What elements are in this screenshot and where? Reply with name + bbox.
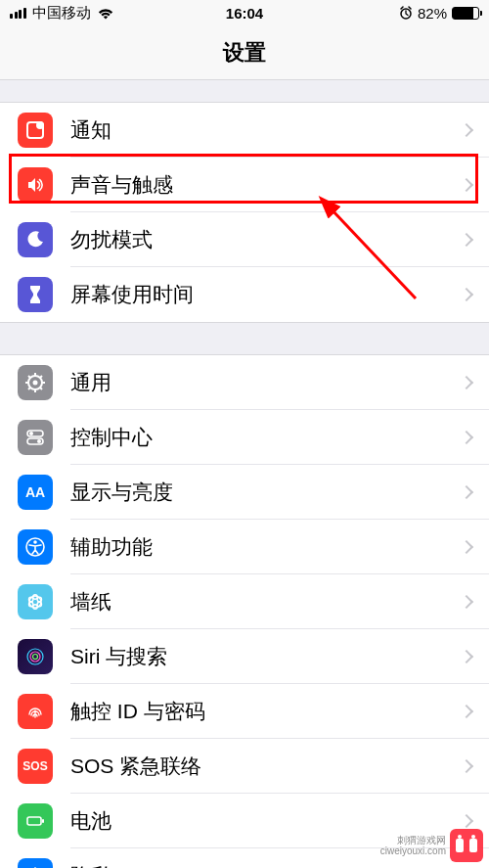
chevron-right-icon (460, 540, 473, 554)
svg-point-18 (33, 540, 37, 544)
chevron-right-icon (460, 376, 473, 389)
sos-icon: SOS (18, 749, 53, 784)
row-accessibility[interactable]: 辅助功能 (0, 520, 489, 574)
row-label: 通知 (70, 116, 462, 144)
row-label: 屏幕使用时间 (70, 281, 462, 308)
row-sounds[interactable]: 声音与触感 (0, 158, 489, 212)
row-general[interactable]: 通用 (0, 355, 489, 410)
svg-point-4 (33, 381, 38, 386)
row-label: 声音与触感 (70, 171, 462, 199)
row-label: 通用 (70, 369, 462, 396)
watermark-line2: ciweiyouxi.com (380, 845, 446, 856)
svg-point-28 (33, 655, 38, 660)
svg-point-22 (37, 602, 41, 606)
row-label: Siri 与搜索 (70, 643, 462, 670)
status-bar: 中国移动 16:04 82% (0, 0, 489, 25)
row-siri[interactable]: Siri 与搜索 (0, 629, 489, 684)
chevron-right-icon (460, 288, 473, 301)
chevron-right-icon (460, 431, 473, 444)
alarm-icon (399, 6, 413, 20)
row-sos[interactable]: SOS SOS 紧急联络 (0, 739, 489, 794)
controlcenter-icon (18, 420, 53, 455)
signal-icon (10, 8, 26, 19)
battery-icon (452, 7, 479, 20)
battery-percent: 82% (418, 5, 447, 22)
display-icon: AA (18, 475, 53, 510)
chevron-right-icon (460, 485, 473, 499)
chevron-right-icon (460, 123, 473, 137)
svg-point-34 (458, 835, 462, 839)
svg-point-21 (37, 597, 41, 601)
settings-group-2: 通用 控制中心 AA 显示与亮度 辅助功能 墙纸 (0, 354, 489, 868)
wifi-icon (97, 7, 114, 20)
chevron-right-icon (460, 705, 473, 718)
chevron-right-icon (460, 814, 473, 828)
notifications-icon (18, 113, 53, 148)
watermark-logo-icon (450, 829, 483, 862)
row-label: 辅助功能 (70, 533, 462, 561)
row-controlcenter[interactable]: 控制中心 (0, 410, 489, 465)
chevron-right-icon (460, 650, 473, 663)
screentime-icon (18, 277, 53, 312)
svg-point-35 (471, 835, 475, 839)
watermark: 刺猬游戏网 ciweiyouxi.com (380, 829, 483, 862)
svg-line-11 (28, 388, 30, 389)
row-label: 显示与亮度 (70, 479, 462, 506)
carrier-label: 中国移动 (32, 4, 91, 23)
svg-point-20 (33, 595, 37, 599)
touchid-icon (18, 694, 53, 729)
svg-rect-29 (27, 817, 41, 825)
svg-line-10 (40, 388, 42, 389)
watermark-line1: 刺猬游戏网 (380, 835, 446, 845)
accessibility-icon (18, 529, 53, 565)
svg-point-2 (36, 121, 44, 129)
svg-rect-30 (42, 819, 44, 823)
row-touchid[interactable]: 触控 ID 与密码 (0, 684, 489, 739)
svg-line-12 (40, 376, 42, 378)
clock: 16:04 (226, 5, 263, 22)
svg-point-25 (29, 597, 33, 601)
dnd-icon (18, 222, 53, 257)
chevron-right-icon (460, 178, 473, 192)
chevron-right-icon (460, 759, 473, 773)
row-label: 控制中心 (70, 424, 462, 451)
svg-rect-33 (469, 839, 477, 852)
svg-point-14 (29, 432, 33, 435)
chevron-right-icon (460, 595, 473, 609)
settings-group-1: 通知 声音与触感 勿扰模式 屏幕使用时间 (0, 102, 489, 323)
svg-line-9 (28, 376, 30, 378)
page-title: 设置 (0, 25, 489, 80)
svg-point-27 (30, 652, 40, 662)
row-screentime[interactable]: 屏幕使用时间 (0, 267, 489, 322)
svg-point-24 (29, 602, 33, 606)
svg-point-16 (37, 439, 41, 443)
svg-point-23 (33, 605, 37, 609)
general-icon (18, 365, 53, 400)
row-label: SOS 紧急联络 (70, 753, 462, 780)
row-label: 勿扰模式 (70, 226, 462, 253)
privacy-icon (18, 858, 53, 868)
wallpaper-icon (18, 584, 53, 619)
row-wallpaper[interactable]: 墙纸 (0, 574, 489, 629)
chevron-right-icon (460, 233, 473, 247)
row-notifications[interactable]: 通知 (0, 103, 489, 158)
row-label: 墙纸 (70, 588, 462, 616)
siri-icon (18, 639, 53, 674)
row-display[interactable]: AA 显示与亮度 (0, 465, 489, 520)
row-dnd[interactable]: 勿扰模式 (0, 212, 489, 267)
row-label: 隐私 (70, 862, 462, 868)
row-label: 触控 ID 与密码 (70, 698, 462, 725)
svg-rect-32 (456, 839, 464, 852)
sounds-icon (18, 167, 53, 203)
battery-row-icon (18, 803, 53, 839)
